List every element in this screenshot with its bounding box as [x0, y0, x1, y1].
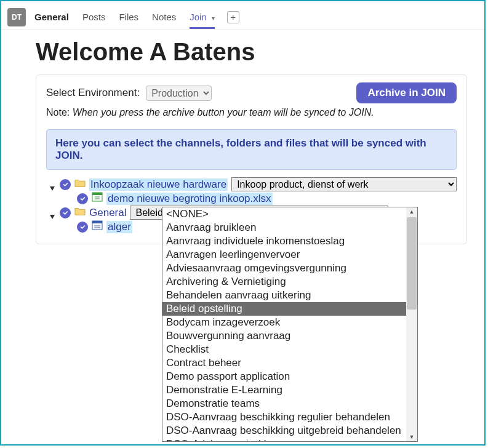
tab-posts[interactable]: Posts: [82, 7, 106, 27]
avatar: DT: [7, 8, 26, 26]
dropdown-option[interactable]: Aanvraag bruikleen: [162, 221, 406, 234]
tree-file-doc[interactable]: alger: [106, 221, 132, 233]
file-doc-icon: [92, 220, 106, 233]
dropdown-option[interactable]: Aanvraag individuele inkomenstoeslag: [162, 234, 406, 248]
collapse-caret-icon[interactable]: [50, 182, 55, 187]
dropdown-option[interactable]: Demonstratie E-Learning: [162, 383, 406, 397]
page-title: Welcome A Batens: [36, 38, 467, 66]
tab-join[interactable]: Join ▾: [190, 7, 215, 27]
add-tab-button[interactable]: +: [227, 11, 239, 23]
svg-marker-5: [50, 215, 55, 219]
svg-marker-0: [50, 186, 55, 191]
dropdown-option[interactable]: Contract beheer: [162, 356, 406, 370]
svg-rect-7: [92, 221, 102, 223]
svg-rect-2: [92, 193, 102, 195]
dropdown-option[interactable]: Bouwvergunning aanvraag: [162, 329, 406, 343]
check-toggle[interactable]: [77, 193, 88, 204]
dropdown-option[interactable]: DSO-Aanvraag beschikking uitgebreid beha…: [162, 424, 406, 438]
dropdown-option[interactable]: Demonstratie teams: [162, 397, 406, 410]
dropdown-option[interactable]: Behandelen aanvraag uitkering: [162, 289, 406, 302]
info-box: Here you can select the channels, folder…: [46, 129, 457, 170]
dropdown-option[interactable]: Demo passport application: [162, 370, 406, 383]
tab-files[interactable]: Files: [119, 7, 138, 27]
check-toggle[interactable]: [77, 222, 88, 233]
check-toggle[interactable]: [60, 179, 71, 190]
dropdown-option[interactable]: DSO-Advies verstrekken: [162, 438, 406, 441]
dropdown-option[interactable]: DSO-Aanvraag beschikking regulier behand…: [162, 410, 406, 424]
scrollbar[interactable]: ▲ ▼: [406, 207, 417, 441]
tab-strip: General Posts Files Notes Join ▾: [34, 7, 215, 27]
archive-button[interactable]: Archive in JOIN: [356, 82, 457, 103]
scroll-thumb[interactable]: [407, 217, 417, 310]
scroll-down-icon[interactable]: ▼: [409, 433, 415, 441]
dropdown-option[interactable]: Archivering & Vernietiging: [162, 275, 406, 289]
tree-file-xlsx[interactable]: demo nieuwe begroting inkoop.xlsx: [106, 193, 273, 205]
environment-select[interactable]: Production: [146, 86, 212, 101]
tree-node-inkoopzaak[interactable]: Inkoopzaak nieuwe hardware: [89, 178, 228, 191]
dropdown-option[interactable]: Checklist: [162, 343, 406, 356]
collapse-caret-icon[interactable]: [50, 210, 55, 215]
folder-icon: [74, 178, 89, 191]
top-bar: DT General Posts Files Notes Join ▾ +: [1, 1, 484, 30]
dropdown-option[interactable]: Bodycam inzageverzoek: [162, 316, 406, 329]
type-dropdown-listbox[interactable]: <NONE>Aanvraag bruikleenAanvraag individ…: [162, 207, 418, 442]
note-text: Note: When you press the archive button …: [46, 107, 457, 118]
select-env-label: Select Environment:: [46, 87, 140, 99]
tab-notes[interactable]: Notes: [152, 7, 176, 27]
dropdown-option[interactable]: Beleid opstelling: [162, 302, 406, 316]
scroll-up-icon[interactable]: ▲: [409, 207, 415, 216]
tab-join-label: Join: [190, 12, 207, 22]
tree-node-general[interactable]: General: [89, 207, 126, 219]
file-xlsx-icon: [92, 192, 106, 205]
dropdown-option[interactable]: Adviesaanvraag omgevingsvergunning: [162, 262, 406, 275]
dropdown-option[interactable]: Aanvragen leerlingenvervoer: [162, 248, 406, 262]
type-select-inkoopzaak[interactable]: Inkoop product, dienst of werk: [231, 177, 457, 191]
chevron-down-icon: ▾: [212, 15, 215, 22]
check-toggle[interactable]: [60, 207, 71, 218]
tab-general[interactable]: General: [34, 7, 69, 27]
dropdown-option[interactable]: <NONE>: [162, 207, 406, 221]
folder-icon: [74, 206, 89, 219]
